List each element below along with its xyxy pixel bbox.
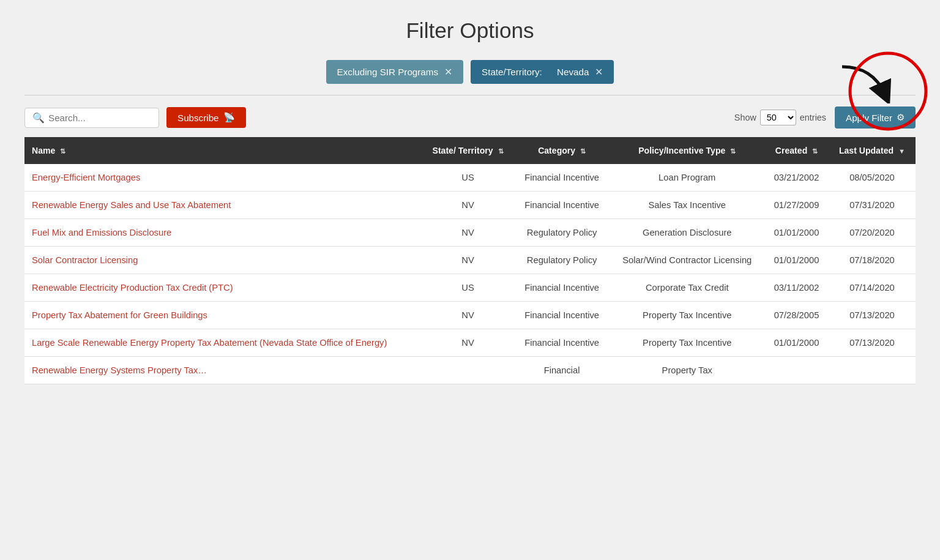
show-label: Show [734,113,756,122]
cell-state: NV [422,247,513,274]
search-box: 🔍 [24,108,159,128]
apply-filter-label: Apply Filter [846,113,892,123]
search-input[interactable] [48,113,151,123]
cell-category: Financial Incentive [514,192,610,219]
apply-filter-container: Apply Filter ⚙ [835,106,916,129]
cell-created: 03/11/2002 [764,274,829,302]
table-row: Energy-Efficient Mortgages US Financial … [24,164,916,192]
cell-category: Financial Incentive [514,329,610,357]
cell-created: 01/27/2009 [764,192,829,219]
cell-policy-type: Corporate Tax Credit [610,274,764,302]
toolbar-left: 🔍 Subscribe 📡 [24,107,246,128]
sort-icon-name: ⇅ [60,147,65,155]
row-link-name[interactable]: Energy-Efficient Mortgages [32,173,140,182]
cell-created: 01/01/2000 [764,329,829,357]
filter-tag-sir-close[interactable]: ✕ [444,66,452,78]
apply-filter-button[interactable]: Apply Filter ⚙ [835,106,916,129]
cell-name: Renewable Energy Sales and Use Tax Abate… [24,192,422,219]
row-link-name[interactable]: Property Tax Abatement for Green Buildin… [32,310,207,320]
toolbar: 🔍 Subscribe 📡 Show 50 25 100 entries [24,106,916,129]
cell-created [764,357,829,384]
col-header-state[interactable]: State/ Territory ⇅ [422,137,513,164]
cell-policy-type: Property Tax Incentive [610,329,764,357]
filter-bar: Excluding SIR Programs ✕ State/Territory… [24,60,916,84]
filter-tag-state-close[interactable]: ✕ [595,66,603,78]
col-header-name[interactable]: Name ⇅ [24,137,422,164]
cell-category: Regulatory Policy [514,219,610,247]
cell-created: 07/28/2005 [764,302,829,329]
row-link-name[interactable]: Fuel Mix and Emissions Disclosure [32,228,171,237]
cell-name: Solar Contractor Licensing [24,247,422,274]
cell-last-updated [829,357,916,384]
entries-select[interactable]: 50 25 100 [760,110,796,125]
col-header-last-updated[interactable]: Last Updated ▼ [829,137,916,164]
cell-category: Financial [514,357,610,384]
row-link-name[interactable]: Renewable Energy Sales and Use Tax Abate… [32,200,231,210]
table-row: Renewable Energy Sales and Use Tax Abate… [24,192,916,219]
row-link-name[interactable]: Solar Contractor Licensing [32,255,138,265]
rss-icon: 📡 [223,112,235,123]
cell-policy-type: Sales Tax Incentive [610,192,764,219]
show-entries: Show 50 25 100 entries [734,110,826,125]
filter-tag-state[interactable]: State/Territory: Nevada ✕ [471,60,614,84]
sort-icon-policy-type: ⇅ [730,147,736,155]
cell-name: Fuel Mix and Emissions Disclosure [24,219,422,247]
gear-icon: ⚙ [897,112,905,123]
table-header: Name ⇅ State/ Territory ⇅ Category ⇅ Pol… [24,137,916,164]
table-row: Renewable Energy Systems Property Tax… F… [24,357,916,384]
cell-policy-type: Loan Program [610,164,764,192]
cell-state: NV [422,192,513,219]
col-header-created[interactable]: Created ⇅ [764,137,829,164]
subscribe-button[interactable]: Subscribe 📡 [166,107,246,128]
cell-name: Property Tax Abatement for Green Buildin… [24,302,422,329]
sort-icon-created: ⇅ [812,147,818,155]
cell-last-updated: 07/20/2020 [829,219,916,247]
cell-policy-type: Solar/Wind Contractor Licensing [610,247,764,274]
cell-last-updated: 07/14/2020 [829,274,916,302]
filter-tag-state-value: Nevada [557,67,589,77]
filter-tag-sir[interactable]: Excluding SIR Programs ✕ [326,60,463,84]
cell-policy-type: Generation Disclosure [610,219,764,247]
cell-state: US [422,274,513,302]
col-header-category[interactable]: Category ⇅ [514,137,610,164]
table-body: Energy-Efficient Mortgages US Financial … [24,164,916,384]
filter-tag-state-key: State/Territory: [482,67,542,77]
cell-last-updated: 07/18/2020 [829,247,916,274]
row-link-name[interactable]: Large Scale Renewable Energy Property Ta… [32,338,387,348]
cell-state [422,357,513,384]
cell-created: 01/01/2000 [764,247,829,274]
data-table: Name ⇅ State/ Territory ⇅ Category ⇅ Pol… [24,137,916,384]
table-row: Property Tax Abatement for Green Buildin… [24,302,916,329]
cell-last-updated: 08/05/2020 [829,164,916,192]
cell-last-updated: 07/13/2020 [829,329,916,357]
cell-state: NV [422,219,513,247]
cell-created: 03/21/2002 [764,164,829,192]
cell-state: NV [422,302,513,329]
cell-name: Energy-Efficient Mortgages [24,164,422,192]
cell-name: Renewable Energy Systems Property Tax… [24,357,422,384]
divider [24,95,916,95]
cell-last-updated: 07/31/2020 [829,192,916,219]
cell-category: Regulatory Policy [514,247,610,274]
cell-state: NV [422,329,513,357]
entries-label: entries [800,113,826,122]
col-header-policy-type[interactable]: Policy/Incentive Type ⇅ [610,137,764,164]
cell-policy-type: Property Tax [610,357,764,384]
filter-tag-sir-label: Excluding SIR Programs [337,67,438,77]
search-icon: 🔍 [32,112,45,124]
cell-created: 01/01/2000 [764,219,829,247]
table-row: Large Scale Renewable Energy Property Ta… [24,329,916,357]
cell-state: US [422,164,513,192]
cell-name: Large Scale Renewable Energy Property Ta… [24,329,422,357]
sort-icon-category: ⇅ [580,147,586,155]
row-link-name[interactable]: Renewable Energy Systems Property Tax… [32,365,207,375]
subscribe-label: Subscribe [177,113,219,123]
cell-category: Financial Incentive [514,302,610,329]
cell-policy-type: Property Tax Incentive [610,302,764,329]
table-row: Solar Contractor Licensing NV Regulatory… [24,247,916,274]
cell-category: Financial Incentive [514,274,610,302]
table-row: Renewable Electricity Production Tax Cre… [24,274,916,302]
row-link-name[interactable]: Renewable Electricity Production Tax Cre… [32,283,233,293]
toolbar-right: Show 50 25 100 entries [734,106,916,129]
table-row: Fuel Mix and Emissions Disclosure NV Reg… [24,219,916,247]
